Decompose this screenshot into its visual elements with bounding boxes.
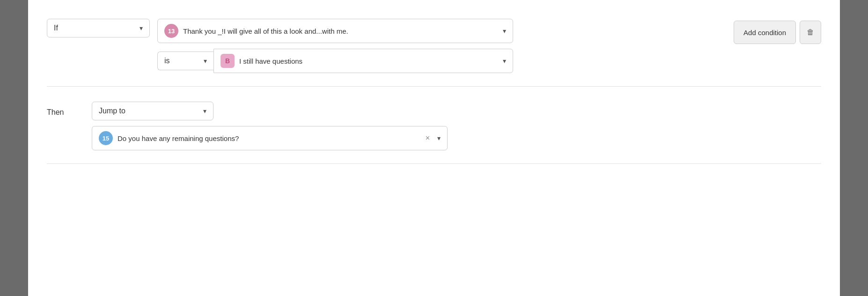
is-chevron-icon: ▾	[204, 57, 207, 65]
value-badge: B	[221, 54, 235, 68]
bottom-divider	[47, 163, 821, 164]
is-dropdown[interactable]: is ▾	[157, 52, 213, 70]
if-dropdown-label: If	[54, 24, 136, 32]
target-badge-number: 15	[103, 135, 109, 142]
value-badge-letter: B	[225, 57, 230, 65]
value-chevron-icon: ▾	[503, 57, 506, 65]
target-chevron-icon: ▾	[437, 134, 441, 142]
then-section: Then Jump to ▾ 15 Do you have any remain…	[47, 90, 821, 160]
question-text: Thank you _!I will give all of this a lo…	[183, 27, 499, 35]
is-label: is	[164, 57, 200, 65]
clear-icon[interactable]: ×	[426, 134, 430, 142]
question-dropdown[interactable]: 13 Thank you _!I will give all of this a…	[157, 19, 513, 43]
jump-to-dropdown[interactable]: Jump to ▾	[92, 102, 213, 120]
if-chevron-icon: ▾	[140, 24, 143, 32]
then-label: Then	[47, 108, 84, 117]
target-question-text: Do you have any remaining questions?	[118, 134, 426, 142]
delete-icon: 🗑	[807, 28, 814, 37]
jump-to-chevron-icon: ▾	[203, 107, 206, 115]
if-section: If ▾ 13 Thank you _!I will give all of t…	[47, 9, 821, 82]
target-question-dropdown[interactable]: 15 Do you have any remaining questions? …	[92, 126, 448, 150]
add-condition-button[interactable]: Add condition	[734, 21, 796, 44]
value-text: I still have questions	[239, 57, 499, 65]
jump-to-label: Jump to	[99, 107, 199, 115]
question-badge: 13	[164, 24, 178, 38]
question-chevron-icon: ▾	[503, 27, 506, 35]
then-column: Jump to ▾ 15 Do you have any remaining q…	[92, 102, 821, 150]
sidebar-right	[840, 0, 868, 296]
question-badge-number: 13	[168, 28, 175, 35]
delete-button[interactable]: 🗑	[800, 21, 821, 44]
conditions-column: 13 Thank you _!I will give all of this a…	[157, 19, 726, 73]
is-value-row: is ▾ B I still have questions ▾	[157, 49, 513, 73]
target-badge: 15	[99, 131, 113, 145]
value-dropdown[interactable]: B I still have questions ▾	[213, 49, 513, 73]
sidebar-left	[0, 0, 28, 296]
main-content: If ▾ 13 Thank you _!I will give all of t…	[28, 0, 840, 296]
section-divider	[47, 86, 821, 87]
action-buttons: Add condition 🗑	[734, 21, 821, 44]
if-dropdown[interactable]: If ▾	[47, 19, 150, 37]
